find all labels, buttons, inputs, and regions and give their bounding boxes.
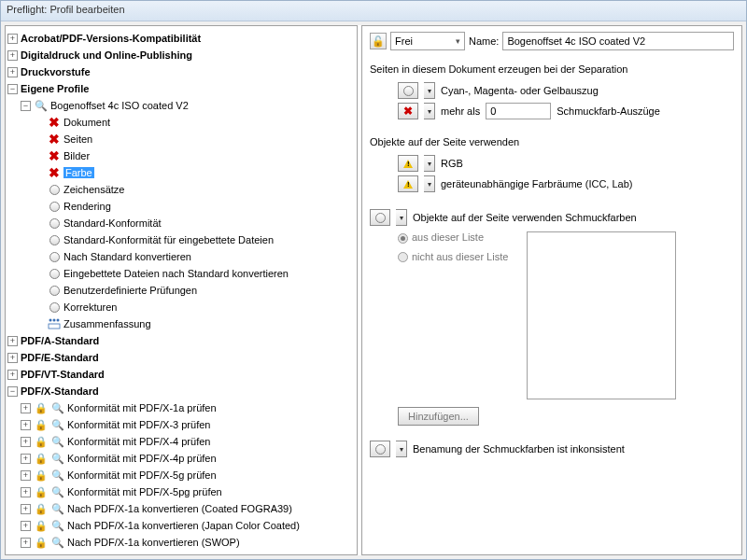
tree-node[interactable]: +🔒🔍Konformität mit PDF/X-5g prüfen xyxy=(7,467,355,483)
expand-icon[interactable]: + xyxy=(21,454,31,464)
tree-node[interactable]: +🔒🔍Konformität mit PDF/X-4 prüfen xyxy=(7,433,355,450)
tree-node[interactable]: +PDF/E-Standard xyxy=(7,349,355,366)
warning-icon xyxy=(403,160,413,168)
tree-node[interactable]: ✖Seiten xyxy=(7,131,355,147)
expand-icon[interactable]: + xyxy=(21,437,31,447)
error-x-icon: ✖ xyxy=(47,165,62,180)
neutral-circle-icon xyxy=(47,266,62,281)
tree-node[interactable]: +🔒🔍Nach PDF/X-1a konvertieren (Coated FO… xyxy=(7,500,355,517)
tree-label: Konformität mit PDF/X-5pg prüfen xyxy=(67,486,222,497)
spotcolor-listbox[interactable] xyxy=(527,231,676,399)
tree-node[interactable]: +🔒🔍Nach PDF/X-1a konvertieren (Japan Col… xyxy=(7,517,355,534)
tree-node[interactable]: Standard-Konformität xyxy=(7,215,355,231)
magnifier-icon: 🔍 xyxy=(50,434,65,449)
lock-icon: 🔒 xyxy=(34,468,49,483)
expand-icon[interactable]: + xyxy=(7,336,18,346)
tree-node[interactable]: Standard-Konformität für eingebettete Da… xyxy=(7,231,355,248)
tree-label: Druckvorstufe xyxy=(21,66,91,77)
tree-node[interactable]: Eingebettete Dateien nach Standard konve… xyxy=(7,265,355,282)
collapse-icon[interactable]: − xyxy=(21,101,31,111)
tree-node[interactable]: Benutzerdefinierte Prüfungen xyxy=(7,282,355,299)
tree-node[interactable]: +🔒🔍Konformität mit PDF/X-4p prüfen xyxy=(7,450,355,467)
neutral-circle-icon xyxy=(375,444,386,455)
expand-icon[interactable]: + xyxy=(7,67,18,77)
tree-node[interactable]: +🔒🔍Konformität mit PDF/X-3 prüfen xyxy=(7,416,355,433)
expand-icon[interactable]: + xyxy=(7,34,18,44)
magnifier-icon: 🔍 xyxy=(50,417,65,432)
error-x-icon: ✖ xyxy=(403,105,413,118)
tree-label: Dokument xyxy=(63,117,110,128)
tree-node[interactable]: Zusammenfassung xyxy=(7,315,355,332)
expand-icon[interactable]: + xyxy=(21,504,31,514)
expand-icon[interactable]: + xyxy=(21,403,31,413)
radio-from-list[interactable]: aus dieser Liste xyxy=(398,231,508,244)
expand-icon[interactable]: + xyxy=(21,521,31,531)
tree-node[interactable]: Zeichensätze xyxy=(7,181,355,198)
magnifier-icon: 🔍 xyxy=(34,98,49,113)
severity-button[interactable] xyxy=(398,155,418,172)
svg-rect-3 xyxy=(49,324,60,329)
chevron-down-icon[interactable]: ▾ xyxy=(424,155,435,172)
expand-icon[interactable]: + xyxy=(7,353,18,363)
check-icc-lab: ▾ geräteunabhängige Farbräume (ICC, Lab) xyxy=(398,175,734,192)
collapse-icon[interactable]: − xyxy=(7,386,18,397)
tree-node[interactable]: −Eigene Profile xyxy=(7,80,355,97)
tree-label: Konformität mit PDF/X-4p prüfen xyxy=(67,453,217,464)
expand-icon[interactable]: + xyxy=(21,470,31,481)
profile-name-input[interactable] xyxy=(502,32,734,50)
profile-tree[interactable]: +Acrobat/PDF-Versions-Kompatibilität +Di… xyxy=(5,25,358,555)
expand-icon[interactable]: + xyxy=(21,538,31,548)
lock-state-dropdown[interactable]: Frei xyxy=(390,32,465,50)
tree-node[interactable]: Rendering xyxy=(7,198,355,215)
profile-settings-panel: 🔓 Frei Name: Seiten in diesem Dokument e… xyxy=(361,25,742,555)
tree-node[interactable]: +PDF/VT-Standard xyxy=(7,366,355,383)
magnifier-icon: 🔍 xyxy=(50,400,65,415)
tree-node[interactable]: −🔍Bogenoffset 4c ISO coated V2 xyxy=(7,97,355,114)
spot-count-input[interactable] xyxy=(486,103,551,119)
tree-node[interactable]: +PDF/A-Standard xyxy=(7,332,355,349)
tree-node-selected[interactable]: ✖Farbe xyxy=(7,164,355,181)
expand-icon[interactable]: + xyxy=(7,370,18,380)
collapse-icon[interactable]: − xyxy=(7,84,18,94)
lock-state-value: Frei xyxy=(395,35,413,47)
expand-icon[interactable]: + xyxy=(21,487,31,497)
expand-icon[interactable]: + xyxy=(7,50,18,61)
chevron-down-icon[interactable]: ▾ xyxy=(424,82,435,99)
neutral-circle-icon xyxy=(47,283,62,298)
chevron-down-icon[interactable]: ▾ xyxy=(424,175,435,192)
severity-button[interactable] xyxy=(398,82,418,99)
tree-node[interactable]: +🔒🔍Nach PDF/X-1a konvertieren (SWOP) xyxy=(7,534,355,551)
expand-icon[interactable]: + xyxy=(21,420,31,430)
tree-node[interactable]: +🔒🔍Konformität mit PDF/X-5pg prüfen xyxy=(7,483,355,500)
radio-icon xyxy=(398,233,408,244)
add-button[interactable]: Hinzufügen... xyxy=(398,407,479,426)
neutral-circle-icon xyxy=(47,216,62,231)
tree-node[interactable]: +🔒🔍Konformität mit PDF/X-1a prüfen xyxy=(7,399,355,416)
tree-node[interactable]: +Acrobat/PDF-Versions-Kompatibilität xyxy=(7,30,355,47)
chevron-down-icon[interactable]: ▾ xyxy=(396,209,407,226)
lock-icon: 🔒 xyxy=(34,501,49,516)
tree-node[interactable]: −PDF/X-Standard xyxy=(7,383,355,399)
tree-node[interactable]: +Druckvorstufe xyxy=(7,63,355,80)
tree-node[interactable]: Nach Standard konvertieren xyxy=(7,248,355,265)
radio-label: aus dieser Liste xyxy=(412,231,484,243)
severity-button[interactable] xyxy=(398,175,418,192)
neutral-circle-icon xyxy=(403,86,414,96)
severity-button[interactable] xyxy=(370,441,390,457)
check-label-pre: mehr als xyxy=(441,105,480,117)
tree-node[interactable]: Korrekturen xyxy=(7,299,355,315)
tree-node[interactable]: ✖Bilder xyxy=(7,147,355,164)
tree-label: Digitaldruck und Online-Publishing xyxy=(21,49,192,61)
severity-button[interactable]: ✖ xyxy=(398,103,418,119)
error-x-icon: ✖ xyxy=(47,132,62,147)
chevron-down-icon[interactable]: ▾ xyxy=(424,103,435,119)
wrench-magnifier-icon: 🔍 xyxy=(50,501,65,516)
tree-label: Nach Standard konvertieren xyxy=(63,251,191,262)
tree-node[interactable]: +Digitaldruck und Online-Publishing xyxy=(7,47,355,63)
section-spotcolors: ▾ Objekte auf der Seite verwenden Schmuc… xyxy=(370,209,734,226)
tree-node[interactable]: ✖Dokument xyxy=(7,114,355,131)
lock-toggle-button[interactable]: 🔓 xyxy=(370,33,387,49)
severity-button[interactable] xyxy=(370,209,390,226)
chevron-down-icon[interactable]: ▾ xyxy=(396,441,407,457)
radio-not-from-list[interactable]: nicht aus dieser Liste xyxy=(398,251,508,263)
